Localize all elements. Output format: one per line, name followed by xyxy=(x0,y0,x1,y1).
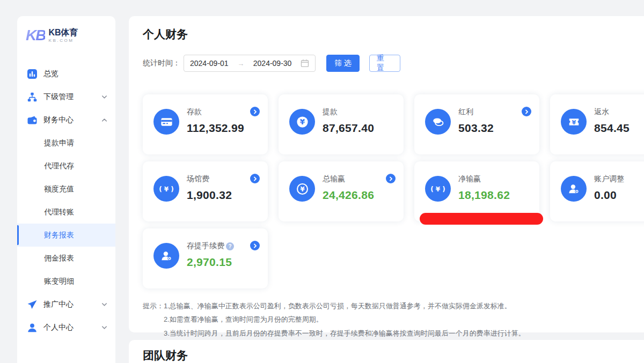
yen-ring-icon: ¥ xyxy=(289,176,315,202)
finance-card-7[interactable]: 账户调整0.00 xyxy=(550,161,644,221)
sidebar-item-label: 个人中心 xyxy=(43,323,74,332)
finance-card-4[interactable]: ( ¥ )场馆费1,900.32 xyxy=(143,161,268,221)
card-body: 存提手续费?2,970.15 xyxy=(187,240,234,288)
svg-text:¥: ¥ xyxy=(572,118,576,125)
card-arrow-icon[interactable] xyxy=(250,241,260,250)
sidebar-item-label: 佣金报表 xyxy=(44,254,74,263)
card-arrow-icon[interactable] xyxy=(250,107,260,116)
logo-title: KB体育 xyxy=(48,28,78,38)
sidebar-item-label: 额度充值 xyxy=(44,184,74,194)
tip-line-2: 3.当统计时间跨月，且前后月份的存提费率不一致时，存提手续费和净输赢将按查询时间… xyxy=(164,327,525,340)
reset-button[interactable]: 重置 xyxy=(369,55,400,72)
finance-card-8[interactable]: 存提手续费?2,970.15 xyxy=(143,228,268,288)
date-range-picker[interactable]: 2024-09-01 → 2024-09-30 xyxy=(184,55,316,72)
filter-row: 统计时间： 2024-09-01 → 2024-09-30 筛选 重置 xyxy=(143,55,644,72)
coins-icon xyxy=(425,109,451,135)
sidebar-item-label: 账变明细 xyxy=(44,277,74,286)
app-logo[interactable]: KB KB体育 KB.COM xyxy=(17,16,115,44)
logo-subtitle: KB.COM xyxy=(48,38,78,43)
finance-card-5[interactable]: ¥总输赢24,426.86 xyxy=(279,161,404,221)
card-body: 总输赢24,426.86 xyxy=(323,173,374,221)
card-value: 24,426.86 xyxy=(323,189,374,202)
finance-card-6[interactable]: ( ¥ )净输赢18,198.62 xyxy=(414,161,539,221)
tip-line-1: 2.如需查看净输赢，查询时间需为月份的完整周期。 xyxy=(164,313,525,326)
red-marker-annotation xyxy=(420,213,543,225)
team-finance-panel: 团队财务 xyxy=(129,340,644,363)
card-arrow-icon[interactable] xyxy=(522,107,531,116)
sidebar: KB KB体育 KB.COM 总览下级管理财务中心提款申请代理代存额度充值代理转… xyxy=(17,16,115,363)
user-gear-icon xyxy=(153,243,179,269)
svg-text:¥: ¥ xyxy=(299,117,305,126)
sidebar-item-0[interactable]: 总览 xyxy=(17,62,115,85)
sidebar-item-11[interactable]: 个人中心 xyxy=(17,316,115,339)
sidebar-item-9[interactable]: 账变明细 xyxy=(17,270,115,293)
svg-text:¥: ¥ xyxy=(300,186,305,193)
sidebar-item-label: 代理转账 xyxy=(44,208,74,217)
tip-line-0: 1.总输赢、净输赢中正数表示公司盈利，负数表示公司亏损，每天数据只做普通参考，并… xyxy=(164,299,525,313)
filter-button[interactable]: 筛选 xyxy=(326,55,360,72)
sidebar-item-2[interactable]: 财务中心 xyxy=(17,108,115,131)
card-label: 提款 xyxy=(323,107,338,117)
card-label: 返水 xyxy=(594,107,609,117)
card-body: 返水854.45 xyxy=(594,106,630,154)
tips-block: 提示： 1.总输赢、净输赢中正数表示公司盈利，负数表示公司亏损，每天数据只做普通… xyxy=(143,299,644,340)
logo-text: KB体育 KB.COM xyxy=(48,28,78,43)
sidebar-item-3[interactable]: 提款申请 xyxy=(17,131,115,154)
logo-mark-icon: KB xyxy=(26,27,45,44)
finance-card-0[interactable]: 存款112,352.99 xyxy=(143,94,268,154)
card-value: 112,352.99 xyxy=(187,122,244,135)
card-body: 存款112,352.99 xyxy=(187,106,244,154)
card-value: 854.45 xyxy=(594,122,630,135)
card-arrow-icon[interactable] xyxy=(250,174,260,183)
svg-text:( ¥ ): ( ¥ ) xyxy=(159,185,174,192)
sidebar-item-label: 财务中心 xyxy=(43,115,74,125)
help-icon[interactable]: ? xyxy=(226,242,234,250)
card-value: 87,657.40 xyxy=(323,122,374,135)
team-finance-title: 团队财务 xyxy=(143,348,644,363)
sidebar-item-label: 总览 xyxy=(43,69,58,79)
card-label: 存提手续费 xyxy=(187,241,224,251)
card-label: 净输赢 xyxy=(458,174,481,184)
wallet-icon xyxy=(27,115,38,125)
chevron-down-icon xyxy=(101,324,107,330)
card-body: 提款87,657.40 xyxy=(323,106,374,154)
card-value: 503.32 xyxy=(458,122,494,135)
sidebar-item-5[interactable]: 额度充值 xyxy=(17,177,115,201)
start-date-value[interactable]: 2024-09-01 xyxy=(190,59,229,68)
sidebar-item-1[interactable]: 下级管理 xyxy=(17,85,115,108)
sidebar-item-label: 提款申请 xyxy=(44,138,74,148)
sidebar-item-8[interactable]: 佣金报表 xyxy=(17,247,115,270)
sidebar-item-label: 财务报表 xyxy=(44,231,74,240)
overview-icon xyxy=(27,69,38,79)
sidebar-item-4[interactable]: 代理代存 xyxy=(17,154,115,177)
user-gear-icon xyxy=(561,176,587,202)
card-value: 0.00 xyxy=(594,189,624,202)
card-label: 存款 xyxy=(187,107,202,117)
card-label: 账户调整 xyxy=(594,174,624,184)
card-arrow-icon[interactable] xyxy=(386,174,396,183)
sidebar-item-7[interactable]: 财务报表 xyxy=(17,224,115,247)
tips-lines: 1.总输赢、净输赢中正数表示公司盈利，负数表示公司亏损，每天数据只做普通参考，并… xyxy=(164,299,525,340)
finance-card-3[interactable]: ¥返水854.45 xyxy=(550,94,644,154)
bank-card-icon xyxy=(153,109,179,135)
finance-card-1[interactable]: ¥提款87,657.40 xyxy=(279,94,404,154)
chevron-up-icon xyxy=(101,117,107,123)
yen-paren-icon: ( ¥ ) xyxy=(153,176,179,202)
send-icon xyxy=(27,299,38,310)
ticket-icon: ¥ xyxy=(561,109,587,135)
card-body: 红利503.32 xyxy=(458,106,494,154)
chevron-down-icon xyxy=(101,94,107,100)
sidebar-item-6[interactable]: 代理转账 xyxy=(17,201,115,224)
card-body: 场馆费1,900.32 xyxy=(187,173,232,221)
card-label: 总输赢 xyxy=(323,174,345,184)
personal-finance-panel: 个人财务 统计时间： 2024-09-01 → 2024-09-30 筛选 重置… xyxy=(129,16,644,332)
end-date-value[interactable]: 2024-09-30 xyxy=(253,59,292,68)
finance-card-2[interactable]: 红利503.32 xyxy=(414,94,539,154)
yen-paren-icon: ( ¥ ) xyxy=(425,176,451,202)
card-body: 账户调整0.00 xyxy=(594,173,624,221)
yen-circle-icon: ¥ xyxy=(289,109,315,135)
sidebar-item-10[interactable]: 推广中心 xyxy=(17,293,115,316)
date-filter-label: 统计时间： xyxy=(143,58,180,68)
org-icon xyxy=(27,92,38,102)
calendar-icon xyxy=(301,59,309,68)
